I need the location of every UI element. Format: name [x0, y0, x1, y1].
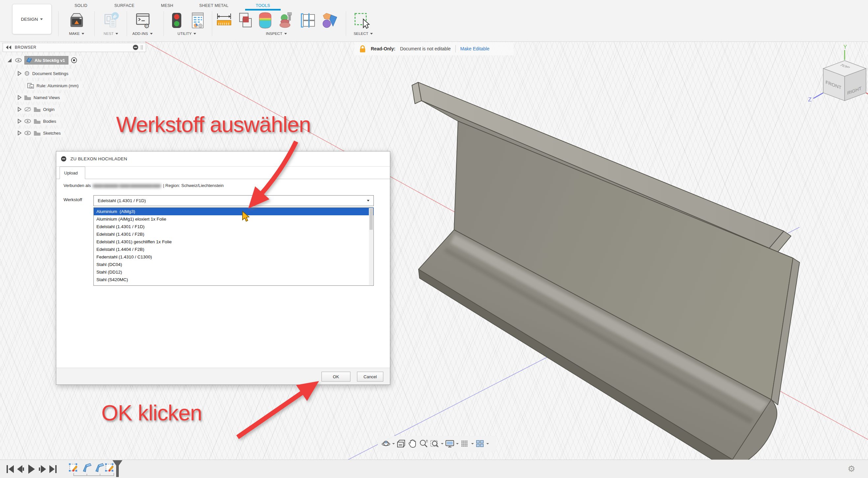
- grid-display-icon[interactable]: [460, 439, 470, 449]
- chevron-down-icon: [367, 200, 370, 202]
- timeline-flange-feature[interactable]: [95, 462, 105, 473]
- group-label-addins[interactable]: ADD-INS: [126, 32, 159, 35]
- browser-item-sketches[interactable]: Sketches: [16, 129, 64, 137]
- tab-surface[interactable]: SURFACE: [108, 2, 140, 9]
- group-label-select[interactable]: SELECT: [347, 32, 380, 35]
- tab-tools[interactable]: TOOLS: [247, 2, 278, 9]
- visibility-eye-icon[interactable]: [24, 119, 31, 123]
- chevron-down-icon[interactable]: [392, 443, 395, 444]
- scrollbar[interactable]: [369, 208, 373, 285]
- browser-item-bodies[interactable]: Bodies: [16, 117, 60, 125]
- browser-item-origin[interactable]: Origin: [16, 105, 59, 114]
- dropdown-option[interactable]: Stahl (DC04): [94, 261, 373, 268]
- visibility-eye-icon[interactable]: [24, 131, 31, 135]
- expand-triangle-icon[interactable]: [7, 57, 12, 63]
- go-to-end-button[interactable]: [49, 465, 57, 473]
- lock-icon: [359, 45, 366, 53]
- dropdown-option[interactable]: Stahl (DD12): [94, 268, 373, 276]
- readonly-label: Read-Only:: [371, 46, 396, 51]
- zoom-window-icon[interactable]: [430, 439, 440, 449]
- active-tab-indicator: [245, 9, 281, 10]
- display-settings-icon[interactable]: [445, 439, 455, 449]
- chevron-down-icon: [82, 33, 84, 35]
- dropdown-option[interactable]: Stahl (S420MC): [94, 276, 373, 283]
- inspect-measure-icon[interactable]: [216, 12, 232, 29]
- material-select[interactable]: Edelstahl (1.4301 / F1D): [93, 195, 374, 206]
- make-editable-link[interactable]: Make Editable: [460, 46, 490, 51]
- group-divider: [94, 11, 95, 36]
- dropdown-option[interactable]: Aluminium (AlMg3): [94, 208, 373, 215]
- tab-mesh[interactable]: MESH: [155, 2, 180, 9]
- inspect-interference-icon[interactable]: [238, 12, 253, 29]
- inspect-shapes-icon[interactable]: [321, 12, 338, 29]
- design-menu-button[interactable]: DESIGN: [12, 4, 52, 34]
- dropdown-option[interactable]: Edelstahl (1.4301) geschliffen 1x Folie: [94, 238, 373, 246]
- chevron-down-icon[interactable]: [441, 443, 443, 444]
- group-label-utility[interactable]: UTILITY: [170, 32, 203, 35]
- remove-filter-icon[interactable]: [133, 44, 138, 50]
- browser-root-row[interactable]: Alu Stecklig v1: [5, 56, 81, 64]
- visibility-eye-icon[interactable]: [15, 58, 22, 63]
- browser-item-document-settings[interactable]: ⚙ Document Settings: [16, 69, 72, 78]
- visibility-off-eye-icon[interactable]: [24, 107, 31, 112]
- tabstrip-line: [56, 179, 390, 179]
- expand-arrow-icon[interactable]: [17, 71, 22, 76]
- timeline-sketch-feature[interactable]: [68, 462, 78, 473]
- ok-button[interactable]: OK: [321, 372, 350, 382]
- orbit-icon[interactable]: [381, 439, 391, 449]
- chevron-down-icon[interactable]: [456, 443, 459, 444]
- play-button[interactable]: [28, 465, 35, 474]
- activate-radio-icon[interactable]: [71, 57, 77, 63]
- go-to-start-button[interactable]: [7, 465, 14, 473]
- collapse-panel-icon[interactable]: [6, 45, 12, 50]
- group-label-make[interactable]: MAKE: [63, 32, 90, 35]
- timeline-flange-feature[interactable]: [82, 462, 92, 473]
- group-label-inspect[interactable]: INSPECT: [257, 32, 296, 35]
- look-at-icon[interactable]: [396, 439, 406, 449]
- panel-grip-icon[interactable]: [141, 45, 143, 50]
- expand-arrow-icon[interactable]: [17, 107, 22, 112]
- browser-header[interactable]: BROWSER: [3, 43, 146, 52]
- inspect-panels-icon[interactable]: [300, 12, 316, 29]
- addins-icon[interactable]: ⚙: [135, 12, 151, 29]
- chevron-down-icon: [40, 19, 43, 20]
- pan-icon[interactable]: [407, 439, 417, 449]
- select-icon[interactable]: [353, 12, 371, 29]
- group-divider: [163, 11, 164, 36]
- expand-arrow-icon[interactable]: [17, 130, 22, 136]
- tab-solid[interactable]: SOLID: [66, 2, 96, 9]
- group-label-nest[interactable]: NEST: [98, 32, 124, 35]
- inspect-section-icon[interactable]: [278, 12, 294, 29]
- root-document-item[interactable]: Alu Stecklig v1: [24, 56, 68, 64]
- make-3dprint-icon[interactable]: [68, 12, 85, 29]
- utility-trafficlight-icon[interactable]: [169, 12, 184, 29]
- dialog-titlebar[interactable]: ZU BLEXON HOCHLADEN: [56, 151, 390, 167]
- dropdown-option[interactable]: Edelstahl (1.4301 / F1D): [94, 223, 373, 231]
- viewcube[interactable]: Y Z X TOP FRONT RIGHT: [807, 45, 868, 107]
- utility-report-icon[interactable]: [190, 12, 205, 29]
- expand-arrow-icon[interactable]: [17, 119, 22, 124]
- folder-icon: [34, 119, 41, 124]
- step-back-button[interactable]: [17, 465, 24, 473]
- browser-item-named-views[interactable]: Named Views: [16, 93, 64, 102]
- cancel-button[interactable]: Cancel: [357, 372, 383, 382]
- tab-sheet-metal[interactable]: SHEET METAL: [193, 2, 235, 9]
- browser-item-rule[interactable]: Rule: Aluminium (mm): [26, 81, 83, 90]
- dropdown-option[interactable]: Aluminium (AlMg1) eloxiert 1x Folie: [94, 215, 373, 223]
- timeline-settings-gear-icon[interactable]: ⚙: [847, 462, 855, 475]
- step-forward-button[interactable]: [39, 465, 46, 473]
- scrollbar-thumb[interactable]: [370, 209, 373, 230]
- viewports-icon[interactable]: [475, 439, 485, 449]
- dropdown-option[interactable]: Stahl feuerverzinkt (DX51D, Z 275 MA-C): [94, 283, 373, 286]
- dropdown-option[interactable]: Edelstahl (1.4301 / F2B): [94, 231, 373, 238]
- expand-arrow-icon[interactable]: [17, 95, 22, 100]
- inspect-curvature-icon[interactable]: [257, 12, 274, 29]
- nest-icon[interactable]: [103, 12, 120, 29]
- tab-upload[interactable]: Upload: [60, 167, 85, 179]
- collapse-dialog-icon[interactable]: [61, 156, 66, 162]
- chevron-down-icon[interactable]: [486, 443, 489, 444]
- chevron-down-icon[interactable]: [471, 443, 474, 444]
- dropdown-option[interactable]: Federstahl (1.4310 / C1300): [94, 253, 373, 261]
- zoom-icon[interactable]: ±: [418, 439, 428, 449]
- dropdown-option[interactable]: Edelstahl (1.4404 / F2B): [94, 246, 373, 253]
